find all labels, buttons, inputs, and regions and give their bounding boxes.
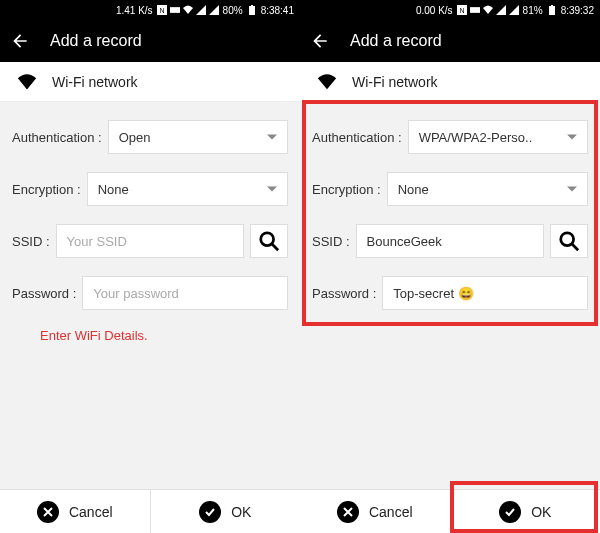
clock: 8:39:32	[561, 5, 594, 16]
pwd-input[interactable]: Top-secret 😄	[382, 276, 588, 310]
pwd-value: Top-secret 😄	[393, 286, 473, 301]
enc-dropdown[interactable]: None	[87, 172, 288, 206]
svg-line-6	[272, 244, 278, 250]
ssid-input[interactable]: BounceGeek	[356, 224, 544, 258]
svg-text:N: N	[159, 7, 164, 14]
volte-icon	[170, 5, 180, 15]
pwd-placeholder: Your password	[93, 286, 179, 301]
auth-label: Authentication :	[12, 130, 102, 145]
ok-button[interactable]: OK	[151, 490, 301, 533]
svg-rect-11	[551, 5, 553, 6]
pwd-input[interactable]: Your password	[82, 276, 288, 310]
signal-icon	[509, 5, 519, 15]
status-icons: N	[157, 5, 219, 15]
cancel-label: Cancel	[69, 504, 113, 520]
battery-pct: 80%	[223, 5, 243, 16]
cancel-button[interactable]: Cancel	[0, 490, 151, 533]
title-bar: Add a record	[300, 20, 600, 62]
ssid-search-button[interactable]	[250, 224, 288, 258]
wifi-icon	[183, 5, 193, 15]
auth-dropdown[interactable]: Open	[108, 120, 288, 154]
status-icons: N	[457, 5, 519, 15]
enc-label: Encryption :	[12, 182, 81, 197]
close-icon	[37, 501, 59, 523]
left-screen: 1.41 K/s N 80% 8:38:41 Add a record Wi-F…	[0, 0, 300, 533]
button-bar: Cancel OK	[300, 489, 600, 533]
status-bar: 1.41 K/s N 80% 8:38:41	[0, 0, 300, 20]
ok-label: OK	[231, 504, 251, 520]
auth-dropdown[interactable]: WPA/WPA2-Perso..	[408, 120, 588, 154]
back-icon[interactable]	[10, 31, 30, 51]
form-area: Authentication : Open Encryption : None …	[0, 102, 300, 489]
svg-point-5	[261, 233, 274, 246]
pwd-label: Password :	[312, 286, 376, 301]
clock: 8:38:41	[261, 5, 294, 16]
status-bar: 0.00 K/s N 81% 8:39:32	[300, 0, 600, 20]
enc-value: None	[398, 182, 429, 197]
search-icon	[558, 230, 580, 252]
ssid-label: SSID :	[312, 234, 350, 249]
svg-rect-9	[470, 7, 480, 13]
signal-icon	[209, 5, 219, 15]
signal-icon	[196, 5, 206, 15]
ssid-label: SSID :	[12, 234, 50, 249]
net-speed: 0.00 K/s	[416, 5, 453, 16]
ssid-placeholder: Your SSID	[67, 234, 127, 249]
search-icon	[258, 230, 280, 252]
page-title: Add a record	[50, 32, 142, 50]
svg-rect-2	[170, 7, 180, 13]
net-speed: 1.41 K/s	[116, 5, 153, 16]
wifi-section: Wi-Fi network	[0, 62, 300, 102]
svg-rect-10	[549, 6, 555, 15]
back-icon[interactable]	[310, 31, 330, 51]
note-text: Enter WiFi Details.	[12, 328, 288, 343]
auth-value: WPA/WPA2-Perso..	[419, 130, 533, 145]
wifi-section: Wi-Fi network	[300, 62, 600, 102]
battery-pct: 81%	[523, 5, 543, 16]
wifi-icon	[16, 72, 38, 92]
wifi-icon	[483, 5, 493, 15]
page-title: Add a record	[350, 32, 442, 50]
cancel-button[interactable]: Cancel	[300, 490, 451, 533]
svg-point-12	[561, 233, 574, 246]
chevron-down-icon	[267, 187, 277, 192]
title-bar: Add a record	[0, 20, 300, 62]
ssid-search-button[interactable]	[550, 224, 588, 258]
check-icon	[499, 501, 521, 523]
nfc-icon: N	[457, 5, 467, 15]
svg-line-13	[572, 244, 578, 250]
cancel-label: Cancel	[369, 504, 413, 520]
close-icon	[337, 501, 359, 523]
battery-icon	[247, 5, 257, 15]
chevron-down-icon	[567, 135, 577, 140]
auth-value: Open	[119, 130, 151, 145]
form-area: Authentication : WPA/WPA2-Perso.. Encryp…	[300, 102, 600, 489]
ssid-value: BounceGeek	[367, 234, 442, 249]
enc-label: Encryption :	[312, 182, 381, 197]
svg-rect-3	[249, 6, 255, 15]
wifi-icon	[316, 72, 338, 92]
enc-value: None	[98, 182, 129, 197]
ok-label: OK	[531, 504, 551, 520]
nfc-icon: N	[157, 5, 167, 15]
enc-dropdown[interactable]: None	[387, 172, 588, 206]
chevron-down-icon	[267, 135, 277, 140]
ok-button[interactable]: OK	[451, 490, 601, 533]
ssid-input[interactable]: Your SSID	[56, 224, 244, 258]
svg-rect-4	[251, 5, 253, 6]
wifi-label: Wi-Fi network	[52, 74, 138, 90]
right-screen: 0.00 K/s N 81% 8:39:32 Add a record Wi-F…	[300, 0, 600, 533]
button-bar: Cancel OK	[0, 489, 300, 533]
signal-icon	[496, 5, 506, 15]
svg-text:N: N	[459, 7, 464, 14]
chevron-down-icon	[567, 187, 577, 192]
check-icon	[199, 501, 221, 523]
volte-icon	[470, 5, 480, 15]
battery-icon	[547, 5, 557, 15]
pwd-label: Password :	[12, 286, 76, 301]
wifi-label: Wi-Fi network	[352, 74, 438, 90]
auth-label: Authentication :	[312, 130, 402, 145]
